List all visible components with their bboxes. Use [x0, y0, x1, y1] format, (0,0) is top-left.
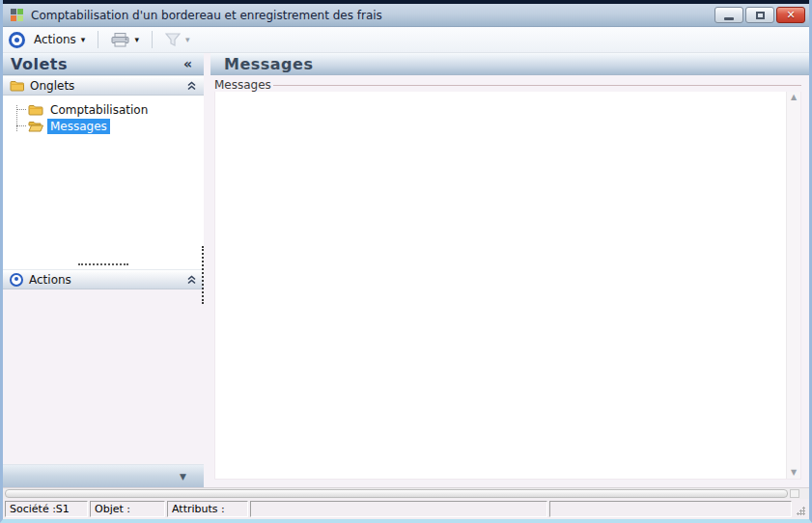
main-panel: Messages Messages ▲ ▼ [210, 53, 809, 487]
volets-panel-header: Volets « [3, 53, 204, 75]
tree-item-comptabilisation[interactable]: Comptabilisation [3, 101, 204, 118]
collapse-panel-icon[interactable]: « [180, 56, 196, 71]
section-header-onglets[interactable]: Onglets [3, 75, 204, 96]
tree-connector [16, 125, 26, 126]
open-folder-icon [28, 121, 43, 132]
printer-icon [111, 33, 129, 47]
window-controls: ✕ [714, 7, 805, 23]
section-label-onglets: Onglets [30, 79, 181, 93]
panel-vertical-splitter[interactable] [204, 53, 210, 487]
toolbar: Actions ▾ ▾ ▾ [3, 27, 809, 53]
filter-icon [165, 33, 181, 46]
panel-bottom-bar: ▼ [3, 464, 204, 487]
client-area: Volets « Onglets [3, 53, 809, 487]
toolbar-separator [98, 31, 98, 48]
folder-icon [28, 104, 43, 116]
groupbox-label-row: Messages [214, 78, 801, 92]
minimize-icon [724, 17, 734, 20]
volets-panel-title: Volets [11, 55, 180, 73]
onglets-tree: Comptabilisation Messages [3, 96, 204, 260]
actions-menu-button[interactable]: Actions ▾ [29, 31, 90, 48]
tree-item-label: Messages [47, 119, 110, 134]
groupbox-label: Messages [214, 78, 271, 92]
maximize-button[interactable] [745, 7, 774, 23]
chevron-double-up-icon[interactable] [186, 275, 197, 285]
chevron-down-icon: ▾ [185, 36, 190, 44]
app-window: Comptabilisation d'un bordereau et enreg… [0, 0, 812, 523]
vertical-scrollbar[interactable]: ▲ ▼ [786, 92, 800, 479]
minimize-button[interactable] [714, 7, 743, 23]
scroll-down-icon[interactable]: ▼ [791, 469, 797, 477]
scroll-up-icon[interactable]: ▲ [791, 94, 797, 101]
panel-splitter-handle[interactable] [3, 260, 204, 269]
main-panel-title: Messages [224, 55, 313, 73]
volets-panel: Volets « Onglets [3, 53, 204, 487]
toolbar-separator [152, 31, 153, 48]
main-panel-header: Messages [210, 53, 809, 75]
tree-item-label: Comptabilisation [47, 102, 151, 118]
statusbar-objet: Objet : [90, 501, 165, 517]
section-header-actions[interactable]: Actions [3, 269, 204, 289]
messages-groupbox: Messages ▲ ▼ [214, 78, 801, 480]
chevron-down-icon: ▾ [81, 36, 86, 44]
scrollbar-corner [790, 489, 799, 498]
panel-resize-line [202, 246, 204, 304]
actions-target-icon[interactable] [9, 32, 25, 48]
statusbar-attributs: Attributs : [167, 501, 248, 517]
filter-button[interactable]: ▾ [160, 31, 195, 48]
statusbar-cell-empty [549, 501, 792, 517]
tree-item-messages[interactable]: Messages [3, 118, 204, 134]
maximize-icon [756, 12, 765, 19]
main-content: Messages ▲ ▼ [210, 75, 809, 487]
window-title: Comptabilisation d'un bordereau et enreg… [31, 9, 714, 22]
close-button[interactable]: ✕ [776, 7, 805, 23]
print-button[interactable]: ▾ [106, 31, 144, 49]
actions-menu-label: Actions [34, 33, 76, 46]
actions-target-icon [10, 273, 23, 287]
chevron-double-up-icon[interactable] [186, 81, 197, 91]
titlebar[interactable]: Comptabilisation d'un bordereau et enreg… [3, 4, 809, 27]
splitter-dots [78, 263, 128, 265]
section-label-actions: Actions [29, 273, 181, 287]
resize-grip-icon[interactable] [794, 501, 807, 517]
close-icon: ✕ [786, 10, 795, 20]
scroll-down-icon[interactable]: ▼ [180, 472, 186, 482]
horizontal-scrollbar-thumb[interactable] [5, 489, 788, 498]
messages-list-area[interactable]: ▲ ▼ [214, 92, 801, 480]
chevron-down-icon: ▾ [134, 36, 139, 44]
groupbox-rule [273, 85, 801, 86]
statusbar-cell-empty [250, 501, 547, 517]
tree-connector [16, 105, 17, 131]
folder-icon [10, 80, 24, 92]
horizontal-scrollbar[interactable] [3, 487, 809, 499]
tree-connector [16, 109, 26, 110]
app-icon [11, 9, 23, 21]
actions-section-body [3, 289, 204, 464]
statusbar: Société :S1 Objet : Attributs : [3, 499, 809, 519]
statusbar-societe: Société :S1 [5, 501, 88, 517]
